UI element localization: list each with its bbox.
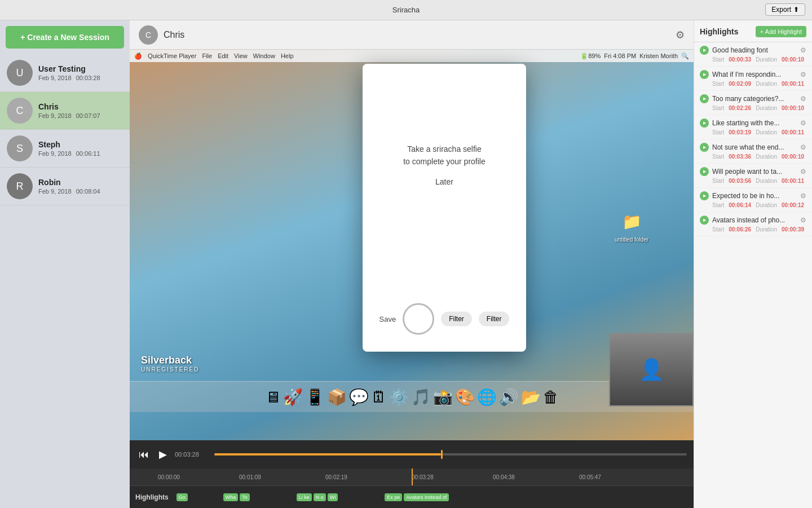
highlights-panel-title: Highlights	[700, 27, 738, 36]
highlight-play-2[interactable]: ▶	[700, 94, 709, 103]
desktop-icon-folder[interactable]: 📁 untitled folder	[615, 208, 648, 243]
highlight-chip-wha[interactable]: Wha	[223, 493, 239, 501]
highlight-item-4[interactable]: ▶ Not sure what the end... ⚙ Start 00:03…	[694, 139, 812, 164]
timeline-progress	[214, 453, 441, 456]
dialog-filter1-button[interactable]: Filter	[441, 312, 472, 326]
highlight-gear-7[interactable]: ⚙	[800, 216, 806, 224]
highlight-item-5[interactable]: ▶ Will people want to ta... ⚙ Start 00:0…	[694, 164, 812, 188]
skip-back-button[interactable]: ⏮	[136, 446, 151, 463]
dialog-later-button[interactable]: Later	[403, 177, 486, 186]
highlight-chip-go[interactable]: Go	[176, 493, 188, 501]
highlight-play-6[interactable]: ▶	[700, 191, 709, 200]
play-pause-button[interactable]: ▶	[157, 446, 169, 463]
highlights-bar: Highlights Go Wha To Li ke N o Wi Ex pe …	[130, 485, 694, 508]
highlight-item-6[interactable]: ▶ Expected to be in ho... ⚙ Start 00:06:…	[694, 188, 812, 212]
highlight-play-3[interactable]: ▶	[700, 119, 709, 128]
ruler-mark-5: 00:05:47	[579, 474, 601, 480]
session-list: U User Testing Feb 9, 201800:03:28 C Chr…	[0, 54, 130, 205]
dock-finder[interactable]: 🖥	[265, 388, 281, 406]
webcam-overlay: 👤	[609, 333, 694, 406]
highlight-play-1[interactable]: ▶	[700, 70, 709, 79]
dock-app3[interactable]: 💬	[349, 388, 369, 406]
export-button[interactable]: Export ⬆	[765, 3, 805, 16]
highlight-chip-avatars[interactable]: Avatars instead of	[404, 493, 449, 501]
dock-app5[interactable]: ⚙️	[389, 388, 409, 406]
session-item-robin[interactable]: R Robin Feb 9, 201800:08:04	[0, 168, 130, 205]
sidebar: + Create a New Session U User Testing Fe…	[0, 20, 130, 508]
dock-app10[interactable]: 📂	[521, 388, 541, 406]
highlight-item-1[interactable]: ▶ What if I'm respondin... ⚙ Start 00:02…	[694, 67, 812, 91]
dock-rocket[interactable]: 🚀	[283, 388, 303, 406]
highlight-item-0[interactable]: ▶ Good heading font ⚙ Start 00:00:33 Dur…	[694, 42, 812, 67]
right-panel-header: Highlights + Add Highlight	[694, 20, 812, 42]
dock-app1[interactable]: 📱	[305, 388, 325, 406]
ruler-mark-0: 00:00:00	[158, 474, 180, 480]
session-header: C Chris ⚙	[130, 20, 694, 50]
session-item-chris[interactable]: C Chris Feb 9, 201800:07:07	[0, 92, 130, 130]
highlight-chip-expe[interactable]: Ex pe	[385, 493, 402, 501]
highlight-play-0[interactable]: ▶	[700, 46, 709, 55]
timeline-thumb	[441, 450, 443, 459]
add-highlight-button[interactable]: + Add Highlight	[756, 26, 806, 37]
playhead-marker	[412, 468, 413, 485]
center-content: C Chris ⚙ 🍎 QuickTime Player File Edit V…	[130, 20, 694, 508]
highlight-chip-no[interactable]: N o	[314, 493, 326, 501]
dialog-modal: Take a sriracha selfie to complete your …	[363, 64, 526, 352]
session-item-user-testing[interactable]: U User Testing Feb 9, 201800:03:28	[0, 54, 130, 92]
dialog-selfie-circle[interactable]	[403, 303, 434, 335]
current-time: 00:03:28	[175, 451, 209, 458]
dock-app8[interactable]: 🎨	[455, 388, 475, 406]
highlight-play-7[interactable]: ▶	[700, 216, 709, 225]
highlight-gear-2[interactable]: ⚙	[800, 95, 806, 103]
silverback-watermark: Silverback UNREGISTERED	[141, 354, 199, 373]
app-title: Sriracha	[392, 6, 420, 14]
settings-icon[interactable]: ⚙	[676, 29, 685, 41]
dock-chrome[interactable]: 🌐	[477, 388, 497, 406]
title-bar: Sriracha Export ⬆	[0, 0, 812, 20]
header-avatar: C	[139, 25, 158, 45]
create-session-button[interactable]: + Create a New Session	[6, 26, 124, 49]
highlights-bar-label: Highlights	[130, 493, 174, 501]
highlight-gear-6[interactable]: ⚙	[800, 192, 806, 200]
highlight-gear-4[interactable]: ⚙	[800, 143, 806, 151]
dialog-text2: to complete your profile	[403, 155, 486, 168]
highlight-item-7[interactable]: ▶ Avatars instead of pho... ⚙ Start 00:0…	[694, 212, 812, 237]
dialog-text1: Take a sriracha selfie	[403, 143, 486, 155]
timeline-bar[interactable]	[214, 453, 687, 456]
dock-app2[interactable]: 📦	[327, 388, 347, 406]
highlight-gear-5[interactable]: ⚙	[800, 168, 806, 176]
highlight-gear-0[interactable]: ⚙	[800, 46, 806, 54]
main-layout: + Create a New Session U User Testing Fe…	[0, 20, 812, 508]
ruler-mark-2: 00:02:19	[325, 474, 347, 480]
dialog-filter2-button[interactable]: Filter	[479, 312, 510, 326]
ruler-mark-1: 00:01:09	[239, 474, 261, 480]
dialog-save-label: Save	[379, 315, 396, 323]
header-session-name: Chris	[164, 30, 184, 40]
menu-bar: 🍎 QuickTime Player File Edit View Window…	[130, 50, 694, 62]
highlight-item-3[interactable]: ▶ Like starting with the... ⚙ Start 00:0…	[694, 115, 812, 139]
dock-app7[interactable]: 📸	[433, 388, 453, 406]
highlight-chip-like[interactable]: Li ke	[297, 493, 312, 501]
highlight-chip-wi[interactable]: Wi	[328, 493, 338, 501]
highlight-gear-3[interactable]: ⚙	[800, 119, 806, 127]
highlight-chip-to[interactable]: To	[240, 493, 250, 501]
ruler-mark-4: 00:04:38	[493, 474, 515, 480]
timeline-ruler: 00:00:00 00:01:09 00:02:19 00:03:28 00:0…	[130, 468, 694, 485]
highlight-item-2[interactable]: ▶ Too many categories?... ⚙ Start 00:02:…	[694, 91, 812, 115]
highlight-list: ▶ Good heading font ⚙ Start 00:00:33 Dur…	[694, 42, 812, 508]
highlight-play-5[interactable]: ▶	[700, 167, 709, 176]
dock-trash[interactable]: 🗑	[543, 388, 559, 406]
right-panel: Highlights + Add Highlight ▶ Good headin…	[694, 20, 812, 508]
session-item-steph[interactable]: S Steph Feb 9, 201800:06:11	[0, 130, 130, 168]
dock-app4[interactable]: 🗓	[371, 388, 387, 406]
highlight-play-4[interactable]: ▶	[700, 143, 709, 152]
highlight-gear-1[interactable]: ⚙	[800, 71, 806, 78]
timeline-controls: ⏮ ▶ 00:03:28	[130, 440, 694, 468]
apple-menu[interactable]: 🍎	[134, 52, 142, 60]
ruler-mark-3: 00:03:28	[412, 474, 434, 480]
dock-app6[interactable]: 🎵	[411, 388, 431, 406]
dock-app9[interactable]: 🔊	[499, 388, 519, 406]
video-area: 🍎 QuickTime Player File Edit View Window…	[130, 50, 694, 440]
